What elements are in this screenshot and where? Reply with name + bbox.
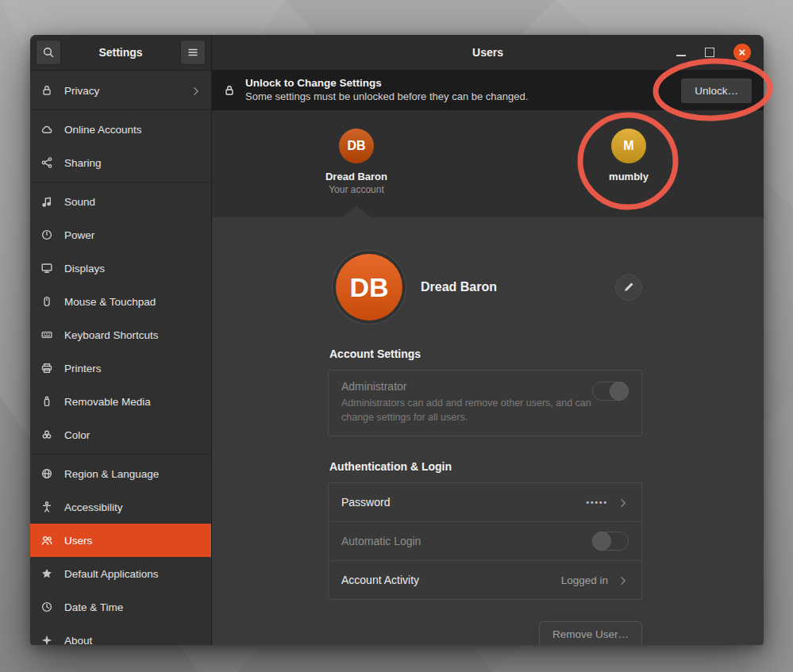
sidebar-item-label: Power [64,229,94,241]
selected-user-pointer [342,205,371,217]
sidebar-item-label: Accessibility [64,501,123,513]
sparkle-icon [40,633,54,645]
sidebar-item-date-time[interactable]: Date & Time [30,590,211,624]
avatar: M [611,129,646,163]
sidebar-item-printers[interactable]: Printers [30,351,211,385]
sidebar-item-displays[interactable]: Displays [30,252,211,285]
cloud-icon [40,122,54,136]
row-automatic-login: Automatic Login [329,521,641,560]
section-heading-account-settings: Account Settings [329,348,641,360]
user-fullname: Dread Baron [421,280,497,294]
maximize-button[interactable] [705,48,714,57]
row-value: Logged in [561,574,608,586]
sidebar-item-label: Sharing [64,157,102,169]
sidebar-item-accessibility[interactable]: Accessibility [30,490,211,524]
search-button[interactable] [36,40,61,65]
power-icon [40,228,54,242]
row-label: Administrator [341,380,592,393]
close-button[interactable] [733,44,751,61]
sidebar-item-label: Privacy [64,85,99,97]
banner-title: Unlock to Change Settings [245,77,528,90]
sidebar-item-label: Sound [64,196,95,208]
row-password[interactable]: Password••••• [329,483,641,521]
sidebar: Settings PrivacyOnline AccountsSharingSo… [30,35,211,645]
banner-subtitle: Some settings must be unlocked before th… [245,90,528,103]
unlock-button[interactable]: Unlock… [680,78,753,104]
profile-row: DB Dread Baron [328,254,642,321]
display-icon [40,261,54,275]
sidebar-item-label: Color [64,429,90,441]
globe-icon [40,467,54,481]
sidebar-item-label: Date & Time [64,601,123,613]
user-detail-pane: DB Dread Baron Account Settings Administ… [212,217,764,645]
sidebar-item-color[interactable]: Color [30,418,211,451]
minimize-button[interactable] [676,47,686,58]
user-name: Dread Baron [325,171,387,182]
clock-icon [40,600,54,614]
avatar[interactable]: DB [336,254,402,321]
share-icon [40,156,54,170]
desktop-background: Settings PrivacyOnline AccountsSharingSo… [0,0,793,672]
sidebar-item-default-applications[interactable]: Default Applications [30,557,211,590]
edit-name-button[interactable] [615,274,642,301]
chevron-right-icon [618,497,629,508]
sidebar-item-power[interactable]: Power [30,218,211,252]
sidebar-item-label: Region & Language [64,468,159,480]
toggle-knob [610,382,629,401]
sidebar-separator [30,182,211,182]
sidebar-item-label: Mouse & Touchpad [64,296,156,308]
sidebar-item-online-accounts[interactable]: Online Accounts [30,113,211,146]
sidebar-item-removable-media[interactable]: Removable Media [30,385,211,418]
accessibility-icon [40,500,54,514]
sidebar-item-about[interactable]: About [30,624,211,645]
automatic-login-toggle[interactable] [592,532,629,551]
lock-icon [223,84,236,97]
sidebar-item-label: Users [64,535,92,547]
sidebar-item-keyboard-shortcuts[interactable]: Keyboard Shortcuts [30,318,211,351]
sidebar-item-region-language[interactable]: Region & Language [30,457,211,490]
remove-user-button[interactable]: Remove User… [539,621,642,645]
sidebar-item-sound[interactable]: Sound [30,185,211,218]
user-carousel: DBDread BaronYour accountMmumbly [212,110,764,217]
row-value: ••••• [586,498,608,507]
sidebar-item-sharing[interactable]: Sharing [30,146,211,179]
sidebar-separator [30,109,211,110]
star-icon [40,566,54,581]
sidebar-item-label: About [64,635,92,646]
row-label: Automatic Login [341,535,421,547]
user-card-dread-baron[interactable]: DBDread BaronYour account [297,129,416,195]
settings-group-authentication: Password•••••Automatic LoginAccount Acti… [328,482,642,600]
sidebar-title: Settings [61,46,180,59]
menu-button[interactable] [180,40,206,65]
sound-icon [40,194,54,209]
administrator-toggle[interactable] [592,382,629,401]
printer-icon [40,361,54,375]
pencil-icon [622,281,635,294]
sidebar-separator [30,454,211,455]
sidebar-item-label: Default Applications [64,568,159,580]
user-name: mumbly [609,171,649,182]
row-administrator: AdministratorAdministrators can add and … [329,371,641,436]
row-account-activity[interactable]: Account ActivityLogged in [329,560,641,599]
sidebar-item-label: Keyboard Shortcuts [64,329,159,341]
settings-group-account: AdministratorAdministrators can add and … [328,370,642,436]
section-heading-authentication-login: Authentication & Login [329,460,641,473]
row-label: Password [341,496,390,509]
sidebar-item-label: Removable Media [64,396,151,408]
sidebar-list: PrivacyOnline AccountsSharingSoundPowerD… [30,71,211,645]
search-icon [42,46,55,59]
row-label: Account Activity [341,574,419,586]
chevron-right-icon [618,574,629,586]
main-pane: Users Unlock to Change Settings Some set… [211,35,764,645]
sidebar-item-label: Online Accounts [64,124,142,136]
keyboard-icon [40,328,54,342]
avatar: DB [339,129,374,163]
sidebar-item-label: Printers [64,363,102,374]
sidebar-header: Settings [30,35,211,71]
headerbar: Users [212,35,764,71]
user-note: Your account [329,184,384,195]
user-card-mumbly[interactable]: Mmumbly [569,129,688,182]
sidebar-item-mouse-touchpad[interactable]: Mouse & Touchpad [30,285,211,318]
sidebar-item-privacy[interactable]: Privacy [30,74,211,107]
sidebar-item-users[interactable]: Users [30,524,211,557]
